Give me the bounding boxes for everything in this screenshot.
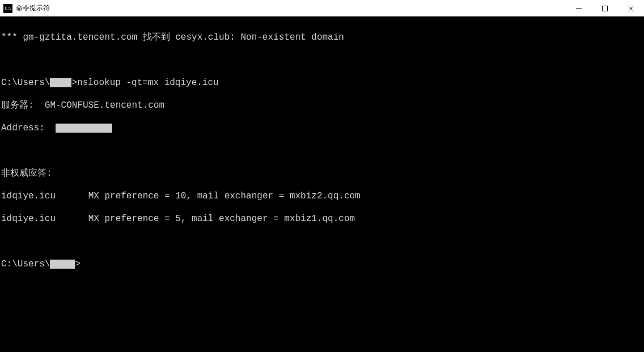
- command-text: nslookup -qt=mx idqiye.icu: [77, 78, 219, 88]
- cmd-window: C:\ 命令提示符 *** gm-gztita.tencent.com 找不到 …: [0, 0, 644, 352]
- maximize-icon: [602, 6, 608, 11]
- redacted-username: [50, 78, 71, 87]
- close-icon: [628, 6, 634, 11]
- server-label: 服务器:: [1, 100, 45, 111]
- maximize-button[interactable]: [592, 0, 618, 16]
- cmd-icon-text: C:\: [5, 6, 11, 11]
- mx-record-line: idqiye.icu MX preference = 5, mail excha…: [1, 213, 644, 224]
- blank-line: [1, 236, 644, 247]
- minimize-button[interactable]: [566, 0, 592, 16]
- address-label: Address:: [1, 123, 56, 133]
- address-line: Address:: [1, 122, 644, 134]
- redacted-username: [50, 260, 75, 269]
- titlebar[interactable]: C:\ 命令提示符: [0, 0, 644, 17]
- window-controls: [566, 0, 644, 16]
- prompt-suffix: >: [75, 259, 80, 269]
- titlebar-left: C:\ 命令提示符: [0, 3, 50, 13]
- redacted-address: [56, 124, 112, 133]
- prompt-line-2: C:\Users\>: [1, 258, 644, 270]
- minimize-icon: [576, 6, 582, 11]
- nonauth-line: 非权威应答:: [1, 168, 644, 179]
- prompt-line-1: C:\Users\>nslookup -qt=mx idqiye.icu: [1, 77, 644, 88]
- blank-line: [1, 54, 644, 66]
- close-button[interactable]: [618, 0, 644, 16]
- server-value: GM-CONFUSE.tencent.com: [45, 100, 164, 111]
- terminal-area[interactable]: *** gm-gztita.tencent.com 找不到 cesyx.club…: [0, 17, 644, 352]
- output-line-error: *** gm-gztita.tencent.com 找不到 cesyx.club…: [1, 32, 644, 43]
- cmd-icon: C:\: [3, 4, 12, 13]
- server-line: 服务器: GM-CONFUSE.tencent.com: [1, 100, 644, 111]
- prompt-suffix: >: [71, 78, 77, 88]
- blank-line: [1, 145, 644, 156]
- prompt-prefix: C:\Users\: [1, 78, 50, 88]
- svg-rect-1: [603, 6, 608, 11]
- mx-record-line: idqiye.icu MX preference = 10, mail exch…: [1, 190, 644, 202]
- prompt-prefix: C:\Users\: [1, 259, 50, 269]
- window-title: 命令提示符: [16, 3, 50, 13]
